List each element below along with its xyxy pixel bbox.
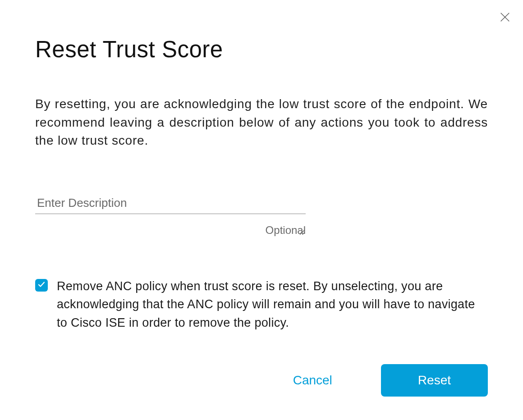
reset-button[interactable]: Reset — [381, 364, 488, 397]
dialog-title: Reset Trust Score — [35, 36, 488, 63]
dialog-actions: Cancel Reset — [35, 364, 488, 397]
remove-anc-policy-label: Remove ANC policy when trust score is re… — [57, 277, 488, 332]
close-button[interactable] — [498, 11, 512, 25]
description-field-wrap: Optional — [35, 193, 306, 237]
checkmark-icon — [37, 280, 46, 290]
close-icon — [499, 11, 511, 25]
dialog-description: By resetting, you are acknowledging the … — [35, 95, 488, 150]
input-hint: Optional — [35, 224, 306, 237]
description-input[interactable] — [35, 193, 306, 214]
cancel-button[interactable]: Cancel — [288, 365, 338, 396]
remove-anc-policy-row: Remove ANC policy when trust score is re… — [35, 277, 488, 332]
reset-trust-score-dialog: Reset Trust Score By resetting, you are … — [0, 0, 523, 420]
remove-anc-policy-checkbox[interactable] — [35, 279, 48, 292]
